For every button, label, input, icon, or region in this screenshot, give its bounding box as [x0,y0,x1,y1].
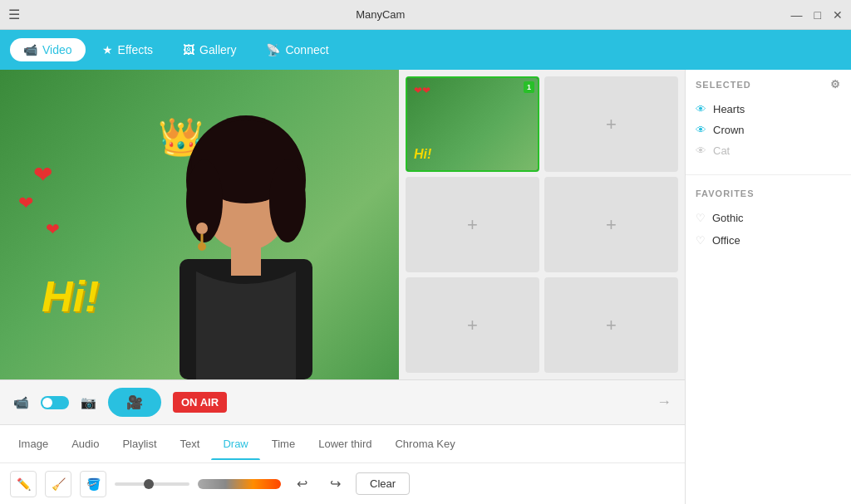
window-controls[interactable]: — □ ✕ [791,8,843,22]
connect-nav-icon: 📡 [266,43,280,56]
effect-label-crown: Crown [713,124,745,136]
source-grid: ❤❤ Hi! 1 + + + + [399,70,685,379]
thumb-hi-text: Hi! [414,147,431,162]
camera-button[interactable]: 🎥 [108,388,161,417]
on-air-badge: ON AIR [173,392,227,413]
camera-toggle[interactable] [41,396,69,409]
arrow-right-button[interactable]: → [657,394,671,411]
brush-size-slider[interactable] [115,482,189,486]
person-silhouette [130,105,362,379]
pencil-tool-button[interactable]: ✏️ [10,471,37,497]
titlebar: ☰ ManyCam — □ ✕ [0,0,851,30]
fav-item-gothic[interactable]: ♡ Gothic [696,207,841,229]
source-cell-5[interactable]: + [406,277,539,373]
tab-draw[interactable]: Draw [211,428,259,460]
source-cell-active[interactable]: ❤❤ Hi! 1 [406,76,539,172]
nav-effects-label: Effects [118,43,154,56]
svg-point-8 [196,223,208,234]
eraser-icon: 🧹 [52,477,66,491]
nav-effects[interactable]: ★ Effects [89,38,167,61]
eraser-tool-button[interactable]: 🧹 [45,471,71,497]
heart-overlay-3: ❤ [46,219,60,239]
nav-video[interactable]: 📹 Video [10,38,86,61]
camera-icon: 📹 [13,395,29,410]
effect-item-cat[interactable]: 👁 Cat [696,140,841,161]
add-source-icon-6: + [606,315,617,336]
thumbnail-preview: ❤❤ Hi! 1 [407,78,538,170]
brush-size-track[interactable] [115,482,189,486]
tab-playlist[interactable]: Playlist [111,428,168,460]
tab-lower-third[interactable]: Lower third [307,428,383,460]
heart-overlay-2: ❤ [18,193,33,214]
effect-item-hearts[interactable]: 👁 Hearts [696,99,841,120]
hi-text-overlay: Hi! [42,272,99,321]
video-nav-icon: 📹 [23,43,37,56]
redo-button[interactable]: ↪ [322,472,347,497]
add-source-icon-5: + [467,315,478,336]
controls-bar: 📹 📷 🎥 ON AIR → [0,379,685,424]
minimize-button[interactable]: — [791,8,803,22]
eye-icon-hearts: 👁 [696,103,706,115]
effect-item-crown[interactable]: 👁 Crown [696,120,841,140]
nav-gallery-label: Gallery [199,43,236,56]
selected-section: SELECTED ⚙ 👁 Hearts 👁 Crown 👁 Cat [686,70,851,169]
heart-overlay-1: ❤ [33,161,52,188]
app-title: ManyCam [0,8,791,21]
filter-icon[interactable]: ⚙ [830,78,841,91]
nav-video-label: Video [42,43,72,56]
fav-item-office[interactable]: ♡ Office [696,229,841,252]
eye-icon-cat: 👁 [696,144,706,157]
effect-label-hearts: Hearts [713,103,745,115]
maximize-button[interactable]: □ [814,8,821,22]
fav-label-gothic: Gothic [712,212,744,224]
close-button[interactable]: ✕ [833,8,843,22]
selected-header: SELECTED ⚙ [696,78,841,91]
tab-text[interactable]: Text [169,428,212,460]
draw-tools-bar: ✏️ 🧹 🪣 ↩ ↪ Clear [0,462,685,504]
clear-button[interactable]: Clear [356,472,410,495]
pencil-icon: ✏️ [17,477,31,491]
nav-connect[interactable]: 📡 Connect [253,38,342,61]
fill-icon: 🪣 [86,477,101,491]
source-cell-4[interactable]: + [544,177,678,272]
color-slider[interactable] [198,479,281,489]
thumb-hearts: ❤❤ [414,85,430,96]
fill-tool-button[interactable]: 🪣 [80,471,106,497]
tab-time[interactable]: Time [260,428,307,460]
video-background: ❤ ❤ ❤ 👑 [0,70,399,379]
fav-label-office: Office [712,234,740,247]
effects-nav-icon: ★ [102,43,113,56]
effect-label-cat: Cat [713,144,730,157]
fav-heart-gothic: ♡ [696,212,706,224]
live-badge: 1 [524,81,534,93]
undo-button[interactable]: ↩ [289,472,314,497]
tab-audio[interactable]: Audio [60,428,111,460]
tab-bar: Image Audio Playlist Text Draw Time Lowe… [0,424,685,462]
tab-image[interactable]: Image [7,428,60,460]
video-source-area: ❤ ❤ ❤ 👑 [0,70,685,379]
navbar: 📹 Video ★ Effects 🖼 Gallery 📡 Connect [0,30,851,70]
add-source-icon-4: + [606,214,617,236]
favorites-header-label: FAVORITES [696,188,755,198]
nav-gallery[interactable]: 🖼 Gallery [170,38,249,61]
main-area: ❤ ❤ ❤ 👑 [0,70,851,504]
favorites-header: FAVORITES [696,188,841,198]
video-preview: ❤ ❤ ❤ 👑 [0,70,399,379]
source-cell-3[interactable]: + [406,177,539,272]
svg-point-4 [269,159,306,242]
source-cell-6[interactable]: + [544,277,678,373]
eye-icon-crown: 👁 [696,124,706,136]
brush-size-thumb[interactable] [144,479,154,489]
fav-heart-office: ♡ [696,234,706,247]
source-cell-2[interactable]: + [544,76,678,172]
add-source-icon-2: + [606,114,617,135]
favorites-section: FAVORITES ♡ Gothic ♡ Office [686,180,851,260]
panel-divider [686,174,851,175]
svg-rect-7 [231,242,261,276]
svg-point-9 [198,242,206,251]
right-panel: SELECTED ⚙ 👁 Hearts 👁 Crown 👁 Cat FAVORI… [685,70,851,504]
tab-chroma-key[interactable]: Chroma Key [383,428,466,460]
snapshot-icon[interactable]: 📷 [81,395,96,410]
selected-header-label: SELECTED [696,80,751,90]
nav-connect-label: Connect [285,43,328,56]
